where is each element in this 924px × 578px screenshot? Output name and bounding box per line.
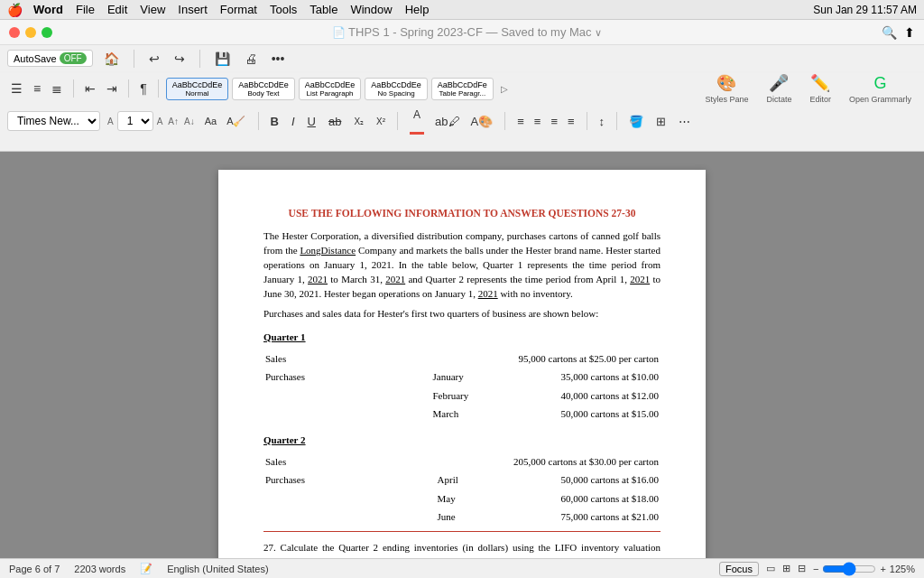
style-no-spacing[interactable]: AaBbCcDdEe No Spacing xyxy=(365,78,428,100)
zoom-control: − + 125% xyxy=(813,562,915,576)
menu-tools[interactable]: Tools xyxy=(270,3,297,16)
undo-button[interactable]: ↩ xyxy=(145,50,163,68)
align-justify-button[interactable]: ≡ xyxy=(563,113,579,130)
dictate-button[interactable]: 🎤 Dictate xyxy=(761,71,797,106)
quarter2-table: Sales 205,000 cartons at $30.00 per cart… xyxy=(263,452,661,527)
zoom-in-icon[interactable]: + xyxy=(880,564,885,574)
strikethrough-button[interactable]: ab xyxy=(324,113,346,130)
list-numbering-button[interactable]: ≡ xyxy=(30,79,44,98)
more-button[interactable]: ••• xyxy=(268,50,289,68)
close-button[interactable] xyxy=(9,27,20,38)
show-hide-button[interactable]: ¶ xyxy=(136,79,151,98)
style-list-paragraph[interactable]: AaBbCcDdEe List Paragraph xyxy=(299,78,362,100)
menu-insert[interactable]: Insert xyxy=(178,3,208,16)
highlight-color-button[interactable]: ab🖊 xyxy=(430,113,464,130)
align-right-button[interactable]: ≡ xyxy=(546,113,562,130)
q27-number: 27. xyxy=(263,542,281,553)
dictate-icon: 🎤 xyxy=(769,73,789,93)
font-size-down[interactable]: A↓ xyxy=(182,116,197,127)
line-spacing-button[interactable]: ↕ xyxy=(595,113,610,130)
menu-datetime: Sun Jan 29 11:57 AM xyxy=(813,4,917,16)
font-color-button2[interactable]: A🎨 xyxy=(467,113,498,130)
menu-edit[interactable]: Edit xyxy=(107,3,127,16)
search-icon[interactable]: 🔍 xyxy=(882,25,897,40)
menu-file[interactable]: File xyxy=(76,3,95,16)
font-size-increase[interactable]: A xyxy=(155,116,165,127)
list-bullets-button[interactable]: ☰ xyxy=(7,79,26,98)
view-columns-icon[interactable]: ⊞ xyxy=(782,563,790,574)
focus-button[interactable]: Focus xyxy=(719,562,759,576)
window-controls xyxy=(9,27,52,38)
q1-sales-row: Sales 95,000 cartons at $25.00 per carto… xyxy=(265,350,659,368)
maximize-button[interactable] xyxy=(42,27,52,38)
more-format-button[interactable]: ⋯ xyxy=(674,113,695,130)
q1-march-value: 50,000 cartons at $15.00 xyxy=(473,406,659,423)
menu-view[interactable]: View xyxy=(140,3,165,16)
sep10 xyxy=(616,112,617,130)
menu-word[interactable]: Word xyxy=(33,3,63,16)
style-body-text[interactable]: AaBbCcDdEe Body Text xyxy=(232,78,295,100)
zoom-out-icon[interactable]: − xyxy=(813,564,818,574)
decrease-indent-button[interactable]: ⇤ xyxy=(81,79,99,98)
text-color-button[interactable]: A xyxy=(405,107,429,136)
styles-expand-button[interactable]: ▷ xyxy=(497,78,512,100)
toolbar-row2: ☰ ≡ ≣ ⇤ ⇥ ¶ AaBbCcDdEe Normal AaBbCcDdEe… xyxy=(0,72,924,105)
home-button[interactable]: 🏠 xyxy=(100,50,123,68)
border-button[interactable]: ⊞ xyxy=(651,113,670,130)
fill-color-button[interactable]: 🪣 xyxy=(624,113,648,130)
editor-icon: ✏️ xyxy=(810,73,830,93)
change-case-button[interactable]: Aa xyxy=(200,114,221,128)
align-center-button[interactable]: ≡ xyxy=(530,113,546,130)
title-text: THPS 1 - Spring 2023-CF xyxy=(348,25,483,39)
document-area[interactable]: USE THE FOLLOWING INFORMATION TO ANSWER … xyxy=(0,152,924,558)
status-right: Focus ▭ ⊞ ⊟ − + 125% xyxy=(719,562,915,576)
font-size-up[interactable]: A↑ xyxy=(166,116,180,127)
styles-section: AaBbCcDdEe Normal AaBbCcDdEe Body Text A… xyxy=(166,78,512,100)
title-right-icons: 🔍 ⬆ xyxy=(882,25,915,40)
menu-table[interactable]: Table xyxy=(310,3,337,16)
font-size-decrease[interactable]: A xyxy=(106,116,116,127)
q2-sales-label: Sales xyxy=(265,453,382,471)
style-normal[interactable]: AaBbCcDdEe Normal xyxy=(166,78,229,100)
view-grid-icon[interactable]: ⊟ xyxy=(798,563,806,574)
q2-may-value: 60,000 cartons at $18.00 xyxy=(466,490,659,508)
menu-format[interactable]: Format xyxy=(220,3,257,16)
menu-help[interactable]: Help xyxy=(405,3,430,16)
q2-june-value: 75,000 cartons at $21.00 xyxy=(466,508,659,526)
grammarly-button[interactable]: G Open Grammarly xyxy=(844,72,917,106)
font-size-group: A 11 A A↑ A↓ xyxy=(106,111,197,131)
subscript-button[interactable]: X₂ xyxy=(349,115,368,128)
zoom-slider[interactable] xyxy=(822,562,876,576)
font-size-select[interactable]: 11 xyxy=(117,111,153,131)
text-color-group: A ab🖊 A🎨 xyxy=(405,107,497,136)
superscript-button[interactable]: X² xyxy=(372,115,390,128)
autosave-button[interactable]: AutoSave OFF xyxy=(7,50,93,67)
align-left-button[interactable]: ≡ xyxy=(513,113,529,130)
save-button[interactable]: 💾 xyxy=(211,50,234,68)
editor-button[interactable]: ✏️ Editor xyxy=(804,71,836,106)
style-table-paragraph[interactable]: AaBbCcDdFe Table Paragr... xyxy=(431,78,494,100)
q1-sales-value: 95,000 cartons at $25.00 per carton xyxy=(473,350,659,368)
increase-indent-button[interactable]: ⇥ xyxy=(103,79,121,98)
print-button[interactable]: 🖨 xyxy=(241,50,261,68)
underline-button[interactable]: U xyxy=(303,113,320,130)
quarter1-table: Sales 95,000 cartons at $25.00 per carto… xyxy=(263,349,661,424)
share-icon[interactable]: ⬆ xyxy=(904,25,915,40)
sep8 xyxy=(504,112,505,130)
q1-march-row: March 50,000 cartons at $15.00 xyxy=(265,406,659,423)
styles-pane-button[interactable]: 🎨 Styles Pane xyxy=(699,71,753,106)
view-single-icon[interactable]: ▭ xyxy=(766,563,775,574)
multilevel-list-button[interactable]: ≣ xyxy=(48,79,66,98)
menu-window[interactable]: Window xyxy=(350,3,392,16)
redo-button[interactable]: ↪ xyxy=(171,50,189,68)
q1-january-value: 35,000 cartons at $10.00 xyxy=(473,368,659,386)
sep5 xyxy=(158,79,159,98)
clear-format-button[interactable]: A🧹 xyxy=(222,114,250,129)
italic-button[interactable]: I xyxy=(287,113,300,130)
bold-button[interactable]: B xyxy=(266,113,283,130)
minimize-button[interactable] xyxy=(25,27,36,38)
autosave-toggle[interactable]: OFF xyxy=(60,52,87,64)
font-family-select[interactable]: Times New... xyxy=(7,111,100,131)
save-status: — Saved to my Mac xyxy=(486,25,592,39)
sep3 xyxy=(73,79,74,98)
